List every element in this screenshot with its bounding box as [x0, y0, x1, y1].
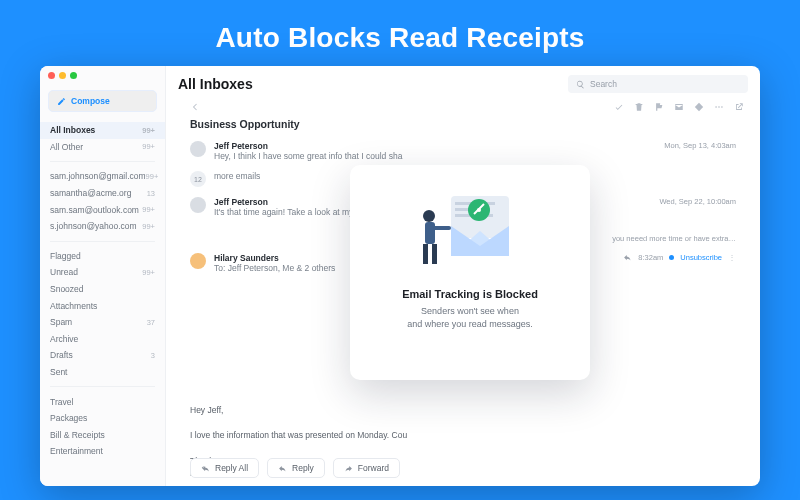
sidebar-item-bills[interactable]: Bill & Receipts [40, 427, 165, 444]
avatar [190, 141, 206, 157]
search-placeholder: Search [590, 79, 617, 89]
kebab-icon[interactable]: ⋮ [728, 253, 736, 262]
svg-rect-9 [425, 222, 435, 244]
sidebar-item-spam[interactable]: Spam37 [40, 314, 165, 331]
reply-button[interactable]: Reply [267, 458, 325, 478]
window-controls[interactable] [48, 72, 77, 79]
sidebar-account[interactable]: sam.sam@outlook.com99+ [40, 201, 165, 218]
tracking-blocked-popup: Email Tracking is Blocked Senders won't … [350, 165, 590, 380]
page-title: All Inboxes [178, 76, 558, 92]
message-date: Mon, Sep 13, 4:03am [658, 141, 736, 150]
search-icon [576, 80, 585, 89]
message-time: 8:32am [638, 253, 663, 262]
reply-icon[interactable] [623, 253, 632, 262]
svg-point-1 [718, 106, 720, 108]
sidebar-item-all-other[interactable]: All Other99+ [40, 139, 165, 156]
hero-title: Auto Blocks Read Receipts [0, 0, 800, 68]
sidebar-item-packages[interactable]: Packages [40, 410, 165, 427]
popup-message: Senders won't see when and where you rea… [366, 305, 574, 330]
flag-icon[interactable] [654, 102, 664, 112]
popup-title: Email Tracking is Blocked [366, 288, 574, 300]
sidebar-item-entertainment[interactable]: Entertainment [40, 443, 165, 460]
sidebar-account[interactable]: sam.johnson@gmail.com99+ [40, 168, 165, 185]
block-icon[interactable] [694, 102, 704, 112]
sidebar-item-archive[interactable]: Archive [40, 331, 165, 348]
compose-label: Compose [71, 96, 110, 106]
collapsed-count-badge: 12 [190, 171, 206, 187]
svg-point-2 [721, 106, 723, 108]
svg-rect-11 [432, 244, 437, 264]
message-date: Wed, Sep 22, 10:00am [612, 197, 736, 206]
minimize-icon[interactable] [59, 72, 66, 79]
open-external-icon[interactable] [734, 102, 744, 112]
forward-button[interactable]: Forward [333, 458, 400, 478]
unsubscribe-button[interactable]: Unsubscribe [680, 253, 722, 262]
popup-illustration [366, 183, 574, 278]
avatar [190, 197, 206, 213]
sender-name: Jeff Peterson [214, 141, 650, 151]
sidebar-item-unread[interactable]: Unread99+ [40, 264, 165, 281]
svg-point-0 [715, 106, 717, 108]
sidebar-item-all-inboxes[interactable]: All Inboxes99+ [40, 122, 165, 139]
sidebar-item-sent[interactable]: Sent [40, 364, 165, 381]
reply-all-button[interactable]: Reply All [190, 458, 259, 478]
maximize-icon[interactable] [70, 72, 77, 79]
message-trail: you neeed more time or have extra… [612, 206, 736, 243]
search-input[interactable]: Search [568, 75, 748, 93]
avatar [190, 253, 206, 269]
reply-all-icon [201, 464, 210, 473]
sidebar-item-drafts[interactable]: Drafts3 [40, 347, 165, 364]
close-icon[interactable] [48, 72, 55, 79]
svg-rect-12 [433, 226, 451, 230]
sidebar: Compose All Inboxes99+ All Other99+ sam.… [40, 66, 166, 486]
more-icon[interactable] [714, 102, 724, 112]
unread-dot-icon [669, 255, 674, 260]
sidebar-item-flagged[interactable]: Flagged [40, 248, 165, 265]
sidebar-account[interactable]: s.johnson@yahoo.com99+ [40, 218, 165, 235]
reply-icon [278, 464, 287, 473]
reply-actions: Reply All Reply Forward [190, 458, 400, 478]
svg-point-8 [423, 210, 435, 222]
sidebar-item-snoozed[interactable]: Snoozed [40, 281, 165, 298]
message-row[interactable]: Jeff Peterson Hey, I think I have some g… [190, 136, 736, 166]
message-toolbar [166, 96, 760, 116]
mail-icon[interactable] [674, 102, 684, 112]
compose-button[interactable]: Compose [48, 90, 157, 112]
sidebar-item-attachments[interactable]: Attachments [40, 297, 165, 314]
sidebar-account[interactable]: samantha@acme.org13 [40, 185, 165, 202]
trash-icon[interactable] [634, 102, 644, 112]
sidebar-item-travel[interactable]: Travel [40, 393, 165, 410]
check-icon[interactable] [614, 102, 624, 112]
back-icon[interactable] [190, 102, 200, 112]
forward-icon [344, 464, 353, 473]
pencil-icon [57, 97, 66, 106]
subject: Business Opportunity [166, 116, 760, 136]
message-preview: Hey, I think I have some great info that… [214, 151, 650, 161]
svg-rect-10 [423, 244, 428, 264]
